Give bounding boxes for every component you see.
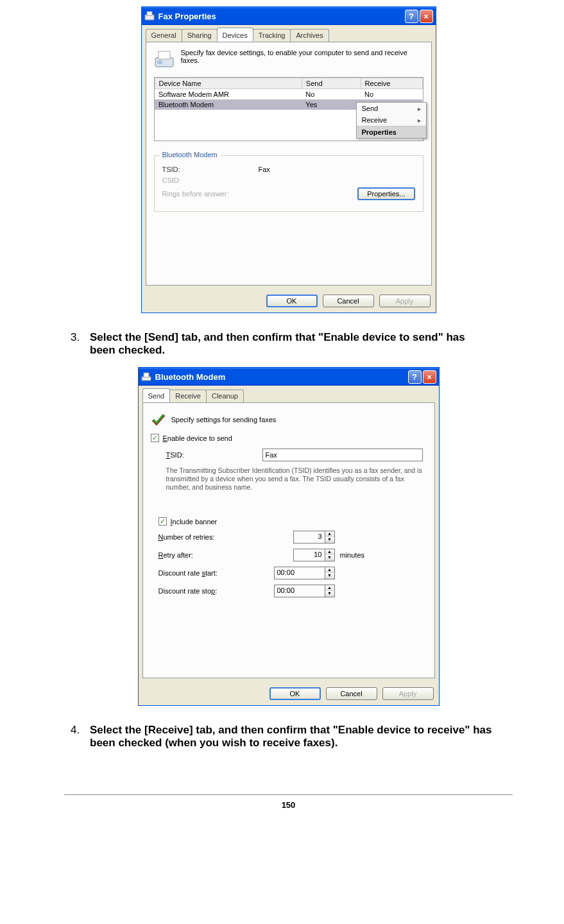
tab-cleanup[interactable]: Cleanup <box>206 389 244 402</box>
ok-button[interactable]: OK <box>266 295 318 307</box>
tsid-note: The Transmitting Subscriber Identificati… <box>166 466 427 492</box>
properties-button[interactable]: Properties... <box>357 187 414 200</box>
cancel-button[interactable]: Cancel <box>326 687 377 700</box>
apply-button[interactable]: Apply <box>379 295 431 307</box>
retry-after-label: Retry after: <box>158 551 255 559</box>
tab-general[interactable]: General <box>146 29 182 42</box>
tab-send[interactable]: Send <box>142 388 171 402</box>
fax-machine-icon <box>154 49 175 69</box>
close-button[interactable]: × <box>420 10 433 23</box>
enable-send-checkbox[interactable]: ✓ Enable device to send <box>151 434 427 442</box>
close-button[interactable]: × <box>423 370 436 384</box>
retries-spinner[interactable]: 3 ▲▼ <box>293 531 335 543</box>
bluetooth-modem-window: Bluetooth Modem ? × Send Receive Cleanup… <box>138 367 440 706</box>
page-number: 150 <box>282 800 296 810</box>
discount-start-spinner[interactable]: 00:00 ▲▼ <box>274 567 335 579</box>
retry-after-unit: minutes <box>340 551 365 559</box>
bluetooth-modem-group: Bluetooth Modem TSID: Fax CSID: Rings be… <box>154 155 423 212</box>
instruction-step-3: 3. Select the [Send] tab, and then confi… <box>71 331 493 357</box>
help-button[interactable]: ? <box>405 10 418 23</box>
window-title: Fax Properties <box>158 12 216 21</box>
retry-after-spinner[interactable]: 10 ▲▼ <box>293 549 335 561</box>
spinner-up-icon[interactable]: ▲ <box>325 585 334 591</box>
discount-start-label: Discount rate start: <box>158 569 255 577</box>
col-receive[interactable]: Receive <box>361 78 422 89</box>
spinner-down-icon[interactable]: ▼ <box>325 591 334 597</box>
tab-receive[interactable]: Receive <box>169 389 207 402</box>
checkbox-label: Enable device to send <box>163 434 232 442</box>
help-button[interactable]: ? <box>408 370 422 384</box>
spinner-up-icon[interactable]: ▲ <box>325 567 334 573</box>
spinner-down-icon[interactable]: ▼ <box>325 537 334 543</box>
svg-rect-3 <box>158 51 170 59</box>
apply-button[interactable]: Apply <box>382 687 434 700</box>
tab-sharing[interactable]: Sharing <box>182 29 218 42</box>
step-text: Select the [Send] tab, and then confirm … <box>90 331 493 357</box>
fax-titlebar-icon <box>144 11 155 21</box>
context-menu-send[interactable]: Send <box>357 103 426 114</box>
table-row[interactable]: Software Modem AMR No No <box>155 89 422 100</box>
context-menu-receive[interactable]: Receive <box>357 114 426 126</box>
tsid-input[interactable] <box>262 449 423 461</box>
tab-row: Send Receive Cleanup <box>139 386 439 402</box>
csid-label: CSID: <box>162 176 259 184</box>
spinner-down-icon[interactable]: ▼ <box>325 573 334 579</box>
dialog-button-row: OK Cancel Apply <box>139 682 439 705</box>
group-legend: Bluetooth Modem <box>160 151 220 158</box>
rings-label: Rings before answer: <box>162 190 259 198</box>
titlebar[interactable]: Fax Properties ? × <box>142 7 436 25</box>
panel-description: Specify settings for sending faxes <box>171 416 277 424</box>
chevron-right-icon <box>418 116 421 124</box>
send-panel: Specify settings for sending faxes ✓ Ena… <box>142 402 435 678</box>
fax-properties-window: Fax Properties ? × General Sharing Devic… <box>141 6 436 313</box>
wizard-check-icon <box>151 412 166 427</box>
step-number: 3. <box>71 331 90 357</box>
tab-row: General Sharing Devices Tracking Archive… <box>142 25 436 42</box>
ok-button[interactable]: OK <box>269 687 321 700</box>
discount-stop-spinner[interactable]: 00:00 ▲▼ <box>274 585 335 597</box>
svg-rect-1 <box>147 12 152 15</box>
panel-description: Specify fax device settings, to enable y… <box>181 49 423 64</box>
tab-devices[interactable]: Devices <box>217 28 253 42</box>
spinner-up-icon[interactable]: ▲ <box>325 549 334 555</box>
spinner-up-icon[interactable]: ▲ <box>325 531 334 537</box>
tsid-label: TSID: <box>166 451 262 459</box>
checkbox-label: Include banner <box>171 518 218 526</box>
devices-panel: Specify fax device settings, to enable y… <box>146 42 432 286</box>
discount-stop-label: Discount rate stop: <box>158 587 255 595</box>
chevron-right-icon <box>418 105 421 112</box>
spinner-down-icon[interactable]: ▼ <box>325 555 334 561</box>
col-send[interactable]: Send <box>302 78 361 89</box>
include-banner-checkbox[interactable]: ✓ Include banner <box>151 517 427 526</box>
page-footer: 150 <box>64 794 513 810</box>
titlebar[interactable]: Bluetooth Modem ? × <box>139 368 439 386</box>
context-menu-properties[interactable]: Properties <box>357 126 426 138</box>
instruction-step-4: 4. Select the [Receive] tab, and then co… <box>71 724 493 749</box>
checkbox-icon: ✓ <box>158 517 167 526</box>
tab-tracking[interactable]: Tracking <box>253 29 291 42</box>
svg-rect-6 <box>144 373 149 377</box>
checkbox-icon: ✓ <box>151 434 159 442</box>
step-text: Select the [Receive] tab, and then confi… <box>90 724 493 749</box>
tab-archives[interactable]: Archives <box>290 29 329 42</box>
retries-label: Number of retries: <box>158 533 255 541</box>
window-title: Bluetooth Modem <box>155 372 226 382</box>
cancel-button[interactable]: Cancel <box>323 295 374 307</box>
device-table[interactable]: Device Name Send Receive Software Modem … <box>154 77 423 141</box>
tsid-value: Fax <box>259 166 270 173</box>
svg-rect-4 <box>157 60 162 64</box>
col-device-name[interactable]: Device Name <box>155 78 302 89</box>
tsid-label: TSID: <box>162 166 259 173</box>
dialog-button-row: OK Cancel Apply <box>142 289 436 312</box>
step-number: 4. <box>71 724 90 749</box>
modem-titlebar-icon <box>141 372 151 382</box>
context-menu: Send Receive Properties <box>356 102 427 139</box>
